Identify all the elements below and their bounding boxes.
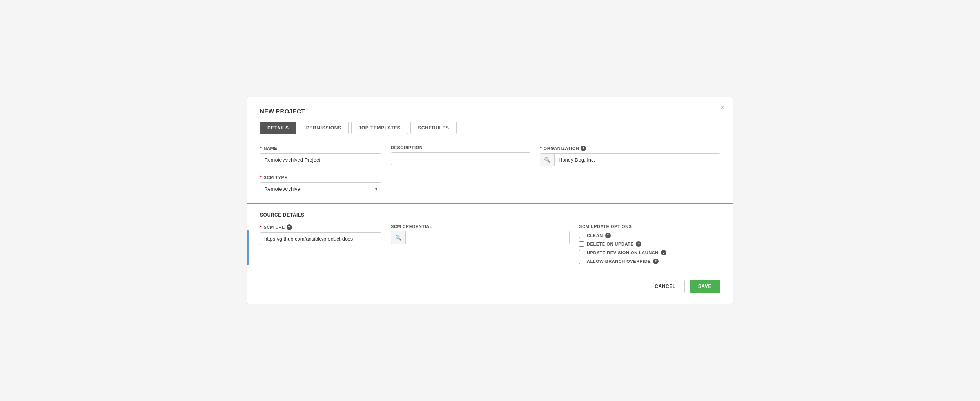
tab-schedules[interactable]: SCHEDULES: [410, 122, 456, 134]
row-name-desc-org: * NAME DESCRIPTION * ORGANIZATION ? 🔍: [260, 145, 720, 166]
tab-bar: DETAILS PERMISSIONS JOB TEMPLATES SCHEDU…: [260, 122, 720, 134]
scm-credential-input[interactable]: [406, 231, 569, 244]
update-revision-checkbox[interactable]: [579, 250, 584, 255]
allow-branch-override-help-icon[interactable]: ?: [653, 259, 659, 264]
org-help-icon[interactable]: ?: [581, 146, 586, 151]
scm-url-group: * SCM URL ?: [260, 224, 381, 245]
scm-credential-input-wrapper: 🔍: [391, 231, 570, 244]
scm-credential-search-button[interactable]: 🔍: [391, 231, 406, 244]
left-accent-bar: [247, 230, 249, 265]
source-details-divider: [247, 203, 733, 204]
description-group: DESCRIPTION: [391, 145, 530, 166]
clean-checkbox[interactable]: [579, 233, 584, 238]
scm-type-select[interactable]: Remote Archive Git SVN Manual: [260, 182, 381, 195]
org-required-star: *: [540, 145, 542, 151]
checkbox-allow-branch-override-row: ALLOW BRANCH OVERRIDE ?: [579, 259, 720, 264]
checkbox-clean-row: CLEAN ?: [579, 233, 720, 238]
org-search-button[interactable]: 🔍: [540, 154, 555, 166]
scm-credential-label: SCM CREDENTIAL: [391, 224, 570, 229]
organization-label: * ORGANIZATION ?: [540, 145, 720, 151]
source-details-title: SOURCE DETAILS: [260, 212, 720, 218]
scm-url-input[interactable]: [260, 232, 381, 245]
update-revision-label: UPDATE REVISION ON LAUNCH: [587, 250, 659, 255]
delete-on-update-help-icon[interactable]: ?: [636, 241, 641, 247]
name-group: * NAME: [260, 145, 381, 166]
scm-url-required-star: *: [260, 224, 262, 230]
source-details-row: * SCM URL ? SCM CREDENTIAL 🔍 SCM UPDATE …: [260, 224, 720, 267]
scm-type-select-wrapper: Remote Archive Git SVN Manual ▾: [260, 182, 381, 195]
scm-type-group: * SCM TYPE Remote Archive Git SVN Manual…: [260, 174, 381, 195]
organization-input[interactable]: [555, 154, 720, 166]
org-search-icon: 🔍: [544, 157, 550, 163]
modal-title: NEW PROJECT: [260, 108, 720, 115]
allow-branch-override-checkbox[interactable]: [579, 259, 584, 264]
save-button[interactable]: SAVE: [690, 280, 720, 293]
delete-on-update-checkbox[interactable]: [579, 241, 584, 247]
scm-update-options-label: SCM UPDATE OPTIONS: [579, 224, 720, 229]
new-project-modal: × NEW PROJECT DETAILS PERMISSIONS JOB TE…: [247, 97, 733, 304]
name-required-star: *: [260, 145, 262, 151]
scm-type-required-star: *: [260, 174, 262, 180]
allow-branch-override-label: ALLOW BRANCH OVERRIDE: [587, 259, 651, 264]
clean-help-icon[interactable]: ?: [605, 233, 611, 238]
scm-credential-group: SCM CREDENTIAL 🔍: [391, 224, 570, 244]
scm-url-label: * SCM URL ?: [260, 224, 381, 230]
cancel-button[interactable]: CANCEL: [646, 280, 685, 293]
description-input[interactable]: [391, 152, 530, 165]
org-input-wrapper: 🔍: [540, 153, 720, 166]
tab-details[interactable]: DETAILS: [260, 122, 296, 134]
scm-url-help-icon[interactable]: ?: [287, 224, 292, 230]
checkbox-delete-on-update-row: DELETE ON UPDATE ?: [579, 241, 720, 247]
checkbox-update-revision-row: UPDATE REVISION ON LAUNCH ?: [579, 250, 720, 255]
close-icon: ×: [720, 103, 725, 111]
name-label: * NAME: [260, 145, 381, 151]
organization-group: * ORGANIZATION ? 🔍: [540, 145, 720, 166]
scm-credential-search-icon: 🔍: [395, 235, 401, 241]
scm-type-label: * SCM TYPE: [260, 174, 381, 180]
clean-label: CLEAN: [587, 233, 603, 238]
delete-on-update-label: DELETE ON UPDATE: [587, 242, 633, 246]
scm-update-options-group: SCM UPDATE OPTIONS CLEAN ? DELETE ON UPD…: [579, 224, 720, 267]
description-label: DESCRIPTION: [391, 145, 530, 150]
tab-permissions[interactable]: PERMISSIONS: [299, 122, 349, 134]
update-revision-help-icon[interactable]: ?: [661, 250, 666, 255]
name-input[interactable]: [260, 153, 381, 166]
footer-actions: CANCEL SAVE: [260, 280, 720, 293]
row-scm-type: * SCM TYPE Remote Archive Git SVN Manual…: [260, 174, 720, 195]
close-button[interactable]: ×: [720, 103, 725, 111]
tab-job-templates[interactable]: JOB TEMPLATES: [351, 122, 408, 134]
